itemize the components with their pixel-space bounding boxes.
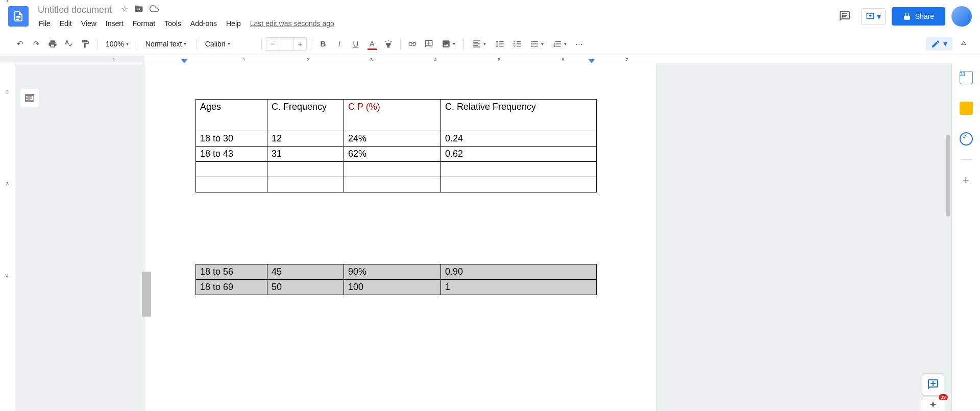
data-table-1[interactable]: Ages C. Frequency C P (%) C. Relative Fr… [195,99,597,192]
table-cell[interactable] [441,162,597,177]
move-icon[interactable] [134,4,143,15]
get-addons-button[interactable]: + [956,170,976,190]
font-size-input[interactable] [279,38,294,50]
selection-handle[interactable] [142,272,151,317]
font-select[interactable]: Calibri ▾ [201,38,257,50]
table-cell[interactable] [441,177,597,192]
menu-file[interactable]: File [35,17,55,30]
tasks-sidebar-button[interactable] [956,129,976,149]
menu-edit[interactable]: Edit [56,17,76,30]
line-spacing-button[interactable] [491,37,508,51]
table-header-cell[interactable]: C. Relative Frequency [441,100,597,131]
right-indent-marker[interactable] [589,59,595,63]
table-header-cell[interactable]: C. Frequency [267,100,344,131]
table-cell[interactable]: 50 [267,280,344,295]
present-button[interactable]: ▾ [861,8,886,25]
paragraph-style-select[interactable]: Normal text ▾ [141,38,192,50]
data-table-2-selected[interactable]: 18 to 56 45 90% 0.90 18 to 69 50 100 1 [195,264,597,295]
menu-help[interactable]: Help [222,17,245,30]
table-cell[interactable] [196,177,267,192]
chevron-down-icon: ▾ [126,41,129,46]
docs-logo[interactable] [8,6,29,27]
table-cell[interactable]: 18 to 30 [196,131,267,147]
table-cell[interactable]: 0.62 [441,147,597,162]
table-cell[interactable]: 62% [344,147,441,162]
table-cell[interactable]: 18 to 69 [196,280,267,295]
table-cell[interactable]: 18 to 56 [196,264,267,280]
spellcheck-button[interactable] [61,36,77,52]
menu-addons[interactable]: Add-ons [186,17,221,30]
table-cell[interactable]: 0.24 [441,131,597,147]
horizontal-ruler[interactable]: 1 1 2 3 4 5 6 7 [0,55,980,63]
table-cell[interactable]: 12 [267,131,344,147]
table-cell[interactable]: 24% [344,131,441,147]
table-cell[interactable]: 90% [344,264,441,280]
bulleted-list-button[interactable]: ▾ [526,37,548,51]
table-cell[interactable] [267,162,344,177]
star-icon[interactable]: ☆ [121,4,128,15]
table-cell[interactable]: 45 [267,264,344,280]
insert-image-button[interactable]: ▾ [437,37,459,51]
cloud-status-icon[interactable] [150,4,159,15]
chevron-down-icon: ▾ [184,41,186,46]
italic-button[interactable]: I [332,36,347,52]
explore-button[interactable]: 39 [922,397,944,411]
show-outline-button[interactable] [20,89,39,107]
table-cell[interactable]: 31 [267,147,344,162]
vertical-ruler[interactable]: 1 2 3 4 [0,63,15,411]
table-header-cell[interactable]: Ages [196,100,267,131]
table-cell[interactable] [267,177,344,192]
more-button[interactable]: ⋯ [572,36,587,52]
font-size-control: − + [266,37,307,51]
paint-format-button[interactable] [78,36,93,52]
increase-font-button[interactable]: + [294,36,306,52]
table-header-row: Ages C. Frequency C P (%) C. Relative Fr… [196,100,597,131]
table-cell[interactable]: 0.90 [441,264,597,280]
last-edit-link[interactable]: Last edit was seconds ago [250,19,334,28]
menu-format[interactable]: Format [129,17,159,30]
numbered-list-button[interactable]: ▾ [549,37,571,51]
keep-sidebar-button[interactable] [956,98,976,118]
chevron-down-icon: ▾ [541,41,544,46]
document-title[interactable]: Untitled document [35,4,115,16]
calendar-sidebar-button[interactable]: 31 [956,67,976,88]
table-cell[interactable]: 100 [344,280,441,295]
ruler-number: 1 [112,57,115,62]
share-button[interactable]: Share [892,7,945,26]
bold-button[interactable]: B [315,36,331,52]
text-color-button[interactable]: A [364,36,380,52]
table-cell[interactable]: 1 [441,280,597,295]
print-button[interactable] [45,36,60,52]
decrease-font-button[interactable]: − [266,36,279,52]
insert-link-button[interactable] [405,36,420,52]
menu-bar: File Edit View Insert Format Tools Add-o… [35,17,835,30]
account-avatar[interactable] [951,6,972,27]
redo-button[interactable]: ↷ [29,36,44,52]
share-label: Share [915,12,934,20]
table-cell[interactable] [344,162,441,177]
add-comment-fab[interactable] [922,373,944,396]
checklist-button[interactable] [509,36,525,52]
zoom-select[interactable]: 100% ▾ [102,38,133,50]
collapse-toolbar-button[interactable]: ㅿ [960,38,968,49]
open-comments-button[interactable] [835,6,855,27]
add-comment-button[interactable] [421,36,436,52]
highlight-button[interactable] [381,36,396,52]
table-row [196,177,597,192]
left-indent-marker[interactable] [181,59,187,63]
menu-view[interactable]: View [77,17,101,30]
document-page[interactable]: Ages C. Frequency C P (%) C. Relative Fr… [144,63,656,411]
menu-tools[interactable]: Tools [160,17,185,30]
scrollbar-thumb[interactable] [946,135,950,216]
undo-button[interactable]: ↶ [12,36,28,52]
table-cell[interactable] [344,177,441,192]
table-cell[interactable] [196,162,267,177]
table-cell[interactable]: 18 to 43 [196,147,267,162]
underline-button[interactable]: U [348,36,363,52]
menu-insert[interactable]: Insert [102,17,128,30]
align-button[interactable]: ▾ [468,37,490,51]
editing-mode-button[interactable]: ▾ [926,37,952,51]
table-header-cell[interactable]: C P (%) [344,100,441,131]
chevron-down-icon: ▾ [943,39,947,49]
toolbar: ↶ ↷ 100% ▾ Normal text ▾ Calibri ▾ − + B… [0,33,980,55]
